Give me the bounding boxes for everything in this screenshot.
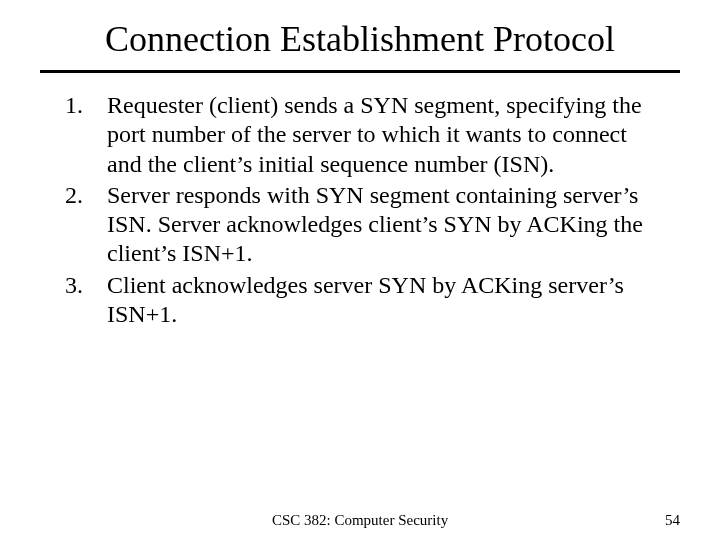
footer-page-number: 54 (665, 512, 680, 529)
list-text: Requester (client) sends a SYN segment, … (107, 91, 655, 179)
title-underline (40, 70, 680, 73)
list-number: 2. (65, 181, 107, 269)
slide: Connection Establishment Protocol 1. Req… (0, 0, 720, 540)
list-item: 1. Requester (client) sends a SYN segmen… (65, 91, 655, 179)
list-number: 1. (65, 91, 107, 179)
list-number: 3. (65, 271, 107, 330)
list-text: Client acknowledges server SYN by ACKing… (107, 271, 655, 330)
list-text: Server responds with SYN segment contain… (107, 181, 655, 269)
footer-course: CSC 382: Computer Security (0, 512, 720, 529)
page-title: Connection Establishment Protocol (40, 0, 680, 70)
list-item: 2. Server responds with SYN segment cont… (65, 181, 655, 269)
list-item: 3. Client acknowledges server SYN by ACK… (65, 271, 655, 330)
numbered-list: 1. Requester (client) sends a SYN segmen… (65, 91, 655, 329)
